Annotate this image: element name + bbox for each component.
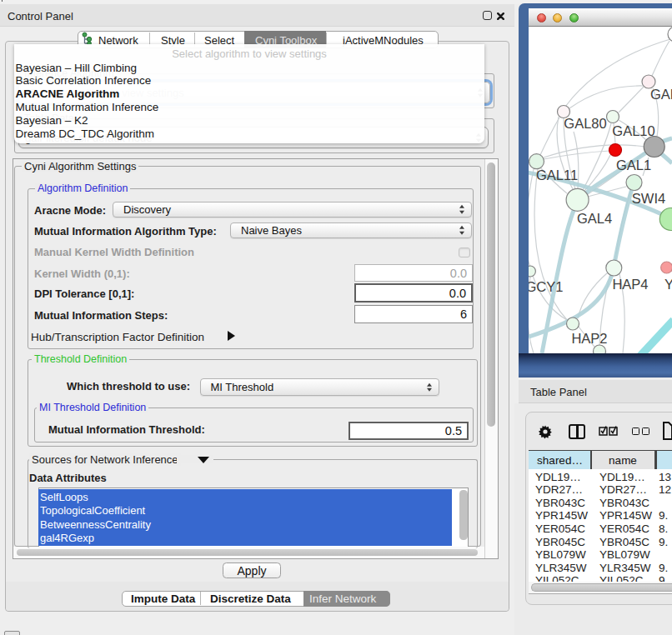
svg-text:GAL10: GAL10 xyxy=(612,123,654,138)
svg-text:GAL4: GAL4 xyxy=(577,211,612,226)
svg-text:SWI4: SWI4 xyxy=(632,191,665,206)
svg-text:GCY1: GCY1 xyxy=(529,279,563,294)
svg-text:HAP2: HAP2 xyxy=(571,331,607,346)
svg-text:GAL1: GAL1 xyxy=(616,158,651,172)
svg-text:YEL: YEL xyxy=(664,277,672,292)
svg-text:GAL11: GAL11 xyxy=(536,168,578,182)
svg-text:GAL7: GAL7 xyxy=(650,87,672,102)
svg-text:GAL80: GAL80 xyxy=(564,116,606,131)
svg-text:HAP4: HAP4 xyxy=(612,277,648,292)
